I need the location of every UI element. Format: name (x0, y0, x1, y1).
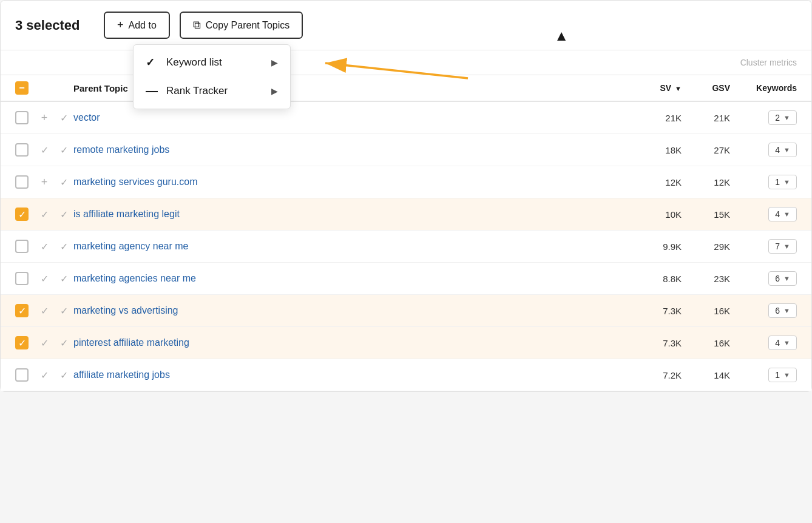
keywords-badge[interactable]: 1 ▼ (768, 175, 797, 189)
row-sv: 7.2K (627, 370, 682, 380)
row-action-icon-cell: ✓ (35, 209, 54, 220)
row-cluster-check-cell: ✓ (54, 177, 73, 188)
row-gsv: 27K (682, 145, 730, 155)
add-to-label: Add to (129, 20, 157, 31)
row-checkbox-cell: ✓ (15, 304, 35, 317)
row-sv: 10K (627, 209, 682, 220)
row-checkbox[interactable] (15, 240, 29, 253)
row-cluster-check-cell: ✓ (54, 144, 73, 156)
row-keyword-cell: marketing agency near me (73, 241, 627, 252)
row-sv: 21K (627, 113, 682, 123)
keywords-badge[interactable]: 4 ▼ (768, 207, 797, 221)
row-checkbox[interactable]: ✓ (15, 304, 29, 317)
row-cluster-check-icon: ✓ (60, 369, 68, 381)
keyword-link[interactable]: affiliate marketing jobs (73, 369, 170, 380)
keyword-link[interactable]: marketing agencies near me (73, 273, 196, 283)
row-check-icon: ✓ (41, 144, 49, 156)
row-check-icon: ✓ (41, 209, 49, 220)
row-keywords-count-cell: 6 ▼ (730, 271, 797, 286)
dropdown-checkmark-icon: ✓ (146, 56, 158, 69)
row-keyword-cell: marketing vs advertising (73, 305, 627, 316)
row-keyword-cell: is affiliate marketing legit (73, 209, 627, 220)
row-cluster-check-cell: ✓ (54, 305, 73, 317)
row-checkbox[interactable] (15, 111, 29, 124)
chevron-right-icon-2: ▶ (271, 86, 278, 96)
badge-dropdown-arrow: ▼ (783, 146, 790, 154)
keyword-link[interactable]: remote marketing jobs (73, 144, 169, 155)
row-gsv: 23K (682, 274, 730, 284)
badge-dropdown-arrow: ▼ (783, 339, 790, 346)
keywords-badge[interactable]: 2 ▼ (768, 110, 797, 125)
row-checkbox[interactable] (15, 175, 29, 189)
table-row: +✓vector21K21K2 ▼ (1, 102, 811, 134)
col-header-keywords: Keywords (730, 83, 797, 93)
keyword-link[interactable]: pinterest affiliate marketing (73, 337, 189, 348)
plus-icon: + (117, 19, 124, 32)
row-checkbox[interactable] (15, 272, 29, 285)
keyword-link[interactable]: vector (73, 112, 100, 123)
badge-dropdown-arrow: ▼ (783, 275, 790, 282)
cluster-metrics-label: Cluster metrics (740, 58, 797, 67)
row-gsv: 21K (682, 113, 730, 123)
dropdown-dash-icon: — (146, 84, 158, 98)
row-checkbox-cell (15, 240, 35, 253)
badge-dropdown-arrow: ▼ (783, 178, 790, 186)
row-checkbox-cell: ✓ (15, 336, 35, 349)
table-row: ✓✓✓pinterest affiliate marketing7.3K16K4… (1, 327, 811, 359)
keywords-badge[interactable]: 6 ▼ (768, 303, 797, 318)
keyword-link[interactable]: marketing vs advertising (73, 305, 178, 315)
keywords-badge[interactable]: 6 ▼ (768, 271, 797, 286)
table-row: ✓✓remote marketing jobs18K27K4 ▼ (1, 134, 811, 166)
keywords-badge[interactable]: 4 ▼ (768, 143, 797, 157)
row-keywords-count-cell: 4 ▼ (730, 336, 797, 350)
row-checkbox[interactable]: ✓ (15, 208, 29, 221)
row-checkbox-cell (15, 272, 35, 285)
row-checkbox[interactable]: ✓ (15, 336, 29, 349)
keyword-link[interactable]: is affiliate marketing legit (73, 209, 180, 219)
table-body: +✓vector21K21K2 ▼✓✓remote marketing jobs… (1, 102, 811, 391)
keyword-link[interactable]: marketing agency near me (73, 241, 188, 251)
row-checkbox-cell (15, 111, 35, 124)
copy-parent-topics-button[interactable]: ⧉ Copy Parent Topics (180, 12, 303, 39)
row-sv: 12K (627, 177, 682, 187)
row-checkbox[interactable] (15, 368, 29, 382)
row-cluster-check-cell: ✓ (54, 369, 73, 381)
row-checkbox-cell (15, 143, 35, 157)
row-cluster-check-icon: ✓ (60, 241, 68, 252)
row-plus-icon: + (41, 112, 48, 124)
keywords-badge[interactable]: 7 ▼ (768, 239, 797, 254)
keywords-badge[interactable]: 4 ▼ (768, 336, 797, 350)
badge-dropdown-arrow: ▼ (783, 211, 790, 218)
row-keyword-cell: remote marketing jobs (73, 144, 627, 155)
table-header: Cluster metrics (1, 50, 811, 75)
badge-dropdown-arrow: ▼ (783, 371, 790, 379)
row-cluster-check-icon: ✓ (60, 144, 68, 156)
table-row: ✓✓marketing agencies near me8.8K23K6 ▼ (1, 263, 811, 295)
row-cluster-check-cell: ✓ (54, 337, 73, 349)
table-row: ✓✓marketing agency near me9.9K29K7 ▼ (1, 231, 811, 263)
dropdown-item-rank-tracker[interactable]: — Rank Tracker ▶ (134, 76, 290, 105)
row-keyword-cell: marketing agencies near me (73, 273, 627, 284)
row-keywords-count-cell: 1 ▼ (730, 175, 797, 189)
keyword-link[interactable]: marketing services guru.com (73, 177, 198, 187)
row-checkbox[interactable] (15, 143, 29, 157)
row-gsv: 12K (682, 177, 730, 187)
add-to-button[interactable]: + Add to (104, 12, 170, 39)
row-checkbox-cell (15, 368, 35, 382)
row-cluster-check-icon: ✓ (60, 209, 68, 220)
copy-parent-topics-label: Copy Parent Topics (206, 20, 289, 31)
row-action-icon-cell: + (35, 112, 54, 124)
sort-arrow-icon[interactable]: ▼ (675, 85, 682, 92)
row-gsv: 14K (682, 370, 730, 380)
row-sv: 7.3K (627, 338, 682, 348)
main-container: 3 selected + Add to ⧉ Copy Parent Topics… (0, 0, 812, 392)
header-checkbox[interactable]: − (15, 81, 35, 95)
dropdown-item-keyword-list[interactable]: ✓ Keyword list ▶ (134, 49, 290, 76)
row-cluster-check-icon: ✓ (60, 177, 68, 188)
row-action-icon-cell: ✓ (35, 144, 54, 156)
header-minus-icon[interactable]: − (15, 81, 29, 95)
row-checkbox-cell: ✓ (15, 208, 35, 221)
keywords-badge[interactable]: 1 ▼ (768, 368, 797, 382)
row-action-icon-cell: ✓ (35, 305, 54, 317)
row-gsv: 29K (682, 241, 730, 252)
